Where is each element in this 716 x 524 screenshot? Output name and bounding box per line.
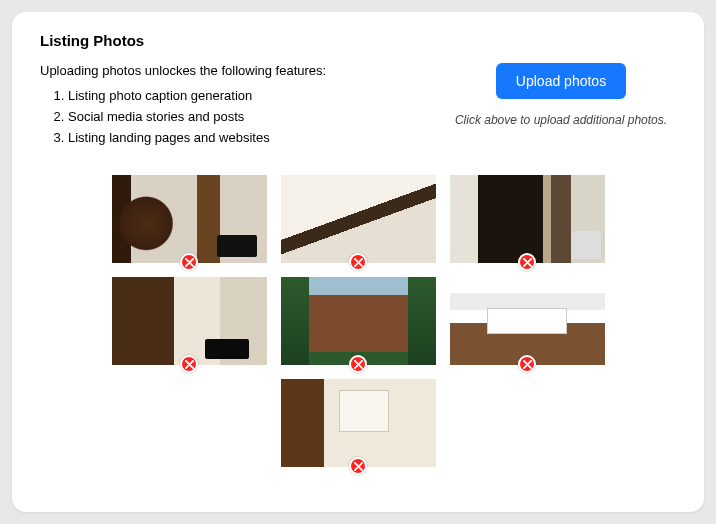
feature-item: Social media stories and posts [68,109,422,124]
photo-thumbnail[interactable] [112,175,267,263]
listing-photos-card: Listing Photos Uploading photos unlockes… [12,12,704,512]
close-icon [523,258,532,267]
photo-image [281,379,436,467]
photo-image [450,175,605,263]
close-icon [185,258,194,267]
photo-image [112,277,267,365]
close-icon [185,360,194,369]
feature-list: Listing photo caption generation Social … [40,88,422,145]
close-icon [523,360,532,369]
photo-thumbnail[interactable] [281,175,436,263]
feature-item: Listing photo caption generation [68,88,422,103]
photo-image [450,277,605,365]
close-icon [354,258,363,267]
photo-grid [40,175,676,467]
photo-image [281,277,436,365]
delete-photo-button[interactable] [180,355,198,373]
upload-column: Upload photos Click above to upload addi… [446,63,676,151]
delete-photo-button[interactable] [349,355,367,373]
top-row: Uploading photos unlockes the following … [40,63,676,151]
photo-thumbnail[interactable] [112,277,267,365]
upload-photos-button[interactable]: Upload photos [496,63,626,99]
section-title: Listing Photos [40,32,676,49]
delete-photo-button[interactable] [518,355,536,373]
close-icon [354,360,363,369]
delete-photo-button[interactable] [518,253,536,271]
close-icon [354,462,363,471]
upload-caption: Click above to upload additional photos. [455,113,667,127]
features-column: Uploading photos unlockes the following … [40,63,422,151]
photo-thumbnail[interactable] [281,277,436,365]
delete-photo-button[interactable] [180,253,198,271]
photo-thumbnail[interactable] [450,277,605,365]
photo-thumbnail[interactable] [281,379,436,467]
intro-text: Uploading photos unlockes the following … [40,63,422,78]
delete-photo-button[interactable] [349,253,367,271]
photo-thumbnail[interactable] [450,175,605,263]
delete-photo-button[interactable] [349,457,367,475]
photo-image [112,175,267,263]
feature-item: Listing landing pages and websites [68,130,422,145]
photo-image [281,175,436,263]
